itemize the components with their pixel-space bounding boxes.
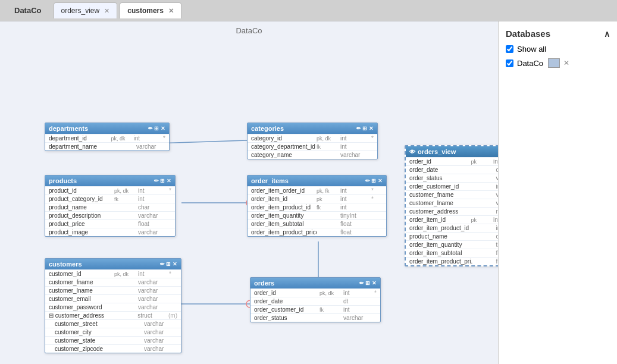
table-row: customer_password varchar [45, 303, 181, 311]
table-row: product_description varchar [45, 211, 175, 219]
tab-bar: DataCo orders_view ✕ customers ✕ [0, 0, 617, 21]
tab-orders-view[interactable]: orders_view ✕ [54, 2, 118, 18]
table-customers-name: customers [49, 261, 82, 268]
table-customers-icons[interactable]: ✏ ⊞ ✕ [160, 261, 177, 267]
collapse-chevron-icon[interactable]: ∧ [604, 29, 610, 39]
table-departments-icons[interactable]: ✏ ⊞ ✕ [148, 125, 165, 131]
show-all-item: Show all [506, 45, 610, 54]
table-customers: customers ✏ ⊞ ✕ customer_id pk, dk int *… [45, 258, 181, 353]
table-row: customer_street varchar [45, 319, 181, 328]
table-order-items: order_items ✏ ⊞ ✕ order_item_order_id pk… [247, 175, 387, 237]
tab-orders-view-label: orders_view [61, 7, 100, 15]
dataco-label: DataCo [517, 59, 543, 68]
table-row: order_item_product_price float [248, 228, 386, 236]
table-orders-name: orders [254, 280, 274, 287]
table-row: order_item_quantity tinyInt [248, 211, 386, 219]
table-row: product_name char [45, 203, 175, 211]
table-row: customer_email varchar [45, 294, 181, 303]
right-panel: Databases ∧ Show all DataCo ✕ [498, 21, 617, 364]
show-all-checkbox[interactable] [506, 45, 513, 53]
table-row: order_status varchar [250, 313, 380, 322]
table-row: customer_city varchar [45, 328, 181, 336]
table-row: order_id pk int * [406, 157, 498, 165]
table-categories: categories ✏ ⊞ ✕ category_id pk, dk int … [247, 123, 378, 159]
table-row: product_name char [406, 232, 498, 240]
svg-line-0 [157, 140, 247, 143]
table-row: product_price float [45, 219, 175, 228]
table-products-icons[interactable]: ✏ ⊞ ✕ [154, 178, 171, 184]
table-products-header: products ✏ ⊞ ✕ [45, 175, 175, 186]
table-row: order_item_product_id int [406, 224, 498, 232]
table-products-name: products [49, 177, 77, 184]
table-departments-name: departments [49, 125, 88, 132]
table-row: order_customer_id fk int [250, 305, 380, 313]
table-row: order_item_subtotal float [248, 219, 386, 228]
table-row: order_date dt [406, 165, 498, 174]
table-row: order_item_subtotal float [406, 249, 498, 257]
table-row: customer_state varchar [45, 336, 181, 344]
table-row: order_customer_id int [406, 182, 498, 190]
table-orders-view-header: 👁 orders_view ✏ ⊞ ✕ [406, 146, 498, 157]
table-row: ⊟ customer_address struct (m) [45, 311, 181, 319]
table-row: order_item_quantity tinyInt [406, 240, 498, 249]
table-order-items-name: order_items [251, 177, 289, 184]
databases-label: Databases [506, 29, 550, 39]
table-order-items-header: order_items ✏ ⊞ ✕ [248, 175, 386, 186]
table-row: customer_lname varchar [45, 286, 181, 294]
table-orders-view: 👁 orders_view ✏ ⊞ ✕ order_id pk int * or… [405, 145, 498, 266]
table-row: order_item_id pk int * [406, 215, 498, 224]
table-row: order_date dt [250, 297, 380, 305]
table-orders-view-name: orders_view [418, 148, 456, 155]
dataco-color-swatch [548, 58, 560, 68]
table-row: order_item_product_id fk int [248, 203, 386, 211]
table-row: order_id pk, dk int * [250, 288, 380, 297]
table-row: customer_address ref [406, 207, 498, 215]
table-row: order_status varchar [406, 174, 498, 182]
close-customers-icon[interactable]: ✕ [168, 7, 174, 15]
table-customers-header: customers ✏ ⊞ ✕ [45, 259, 181, 269]
table-orders-icons[interactable]: ✏ ⊞ ✕ [359, 280, 377, 286]
table-row: department_name varchar [45, 142, 169, 150]
dataco-close-icon[interactable]: ✕ [563, 59, 569, 67]
table-row: order_item_product_pri... float [406, 257, 498, 265]
table-products: products ✏ ⊞ ✕ product_id pk, dk int * p… [45, 175, 176, 237]
main-area: DataCo departments ✏ ⊞ ✕ department_id [0, 21, 617, 364]
table-row: customer_fname varchar [45, 278, 181, 286]
table-departments: departments ✏ ⊞ ✕ department_id pk, dk i… [45, 123, 170, 151]
table-row: customer_fname varchar [406, 190, 498, 199]
tab-customers-label: customers [127, 7, 164, 15]
dataco-item: DataCo ✕ [506, 58, 610, 68]
app-tab[interactable]: DataCo [5, 2, 51, 18]
table-categories-header: categories ✏ ⊞ ✕ [248, 123, 377, 134]
table-row: order_item_order_id pk, fk int * [248, 186, 386, 194]
table-row: category_department_id fk int [248, 142, 377, 150]
table-row: order_item_id pk int * [248, 194, 386, 203]
diagram-area: DataCo departments ✏ ⊞ ✕ department_id [0, 21, 498, 364]
table-departments-header: departments ✏ ⊞ ✕ [45, 123, 169, 134]
table-order-items-icons[interactable]: ✏ ⊞ ✕ [365, 178, 383, 184]
table-row: customer_lname varchar [406, 199, 498, 207]
show-all-label: Show all [517, 45, 546, 54]
right-panel-title: Databases ∧ [506, 29, 610, 39]
table-orders: orders ✏ ⊞ ✕ order_id pk, dk int * order… [250, 277, 381, 322]
dataco-checkbox[interactable] [506, 59, 513, 67]
table-row: category_name varchar [248, 150, 377, 159]
table-row: department_id pk, dk int * [45, 134, 169, 142]
table-row: product_category_id fk int [45, 194, 175, 203]
table-row: customer_id pk, dk int * [45, 269, 181, 278]
diagram-title: DataCo [236, 26, 262, 35]
close-orders-view-icon[interactable]: ✕ [104, 7, 109, 15]
table-row: customer_zipcode varchar [45, 344, 181, 353]
tab-customers[interactable]: customers ✕ [120, 2, 181, 18]
table-row: product_id pk, dk int * [45, 186, 175, 194]
table-categories-icons[interactable]: ✏ ⊞ ✕ [356, 125, 374, 131]
table-categories-name: categories [251, 125, 284, 132]
table-orders-header: orders ✏ ⊞ ✕ [250, 278, 380, 288]
table-row: product_image varchar [45, 228, 175, 236]
table-row: category_id pk, dk int * [248, 134, 377, 142]
